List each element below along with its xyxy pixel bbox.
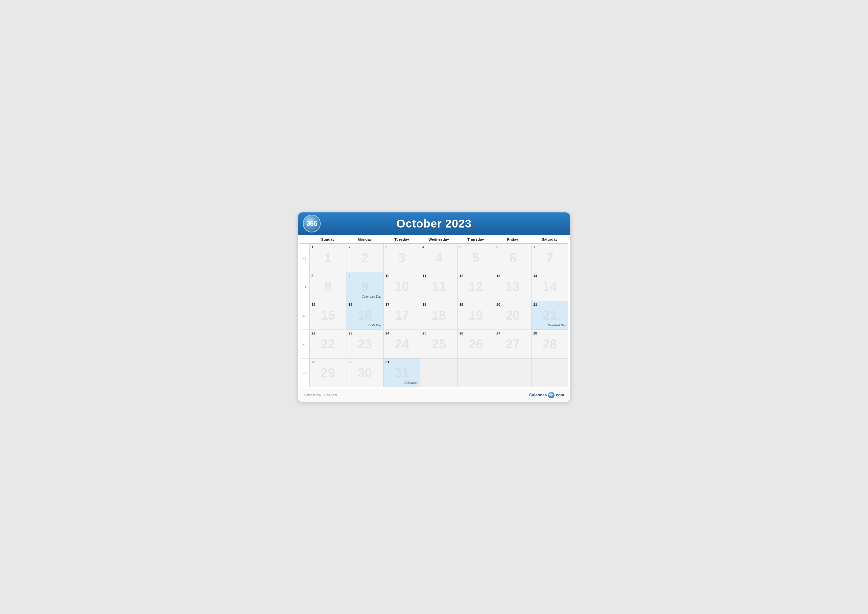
cell-date-number: 8 <box>312 274 344 278</box>
footer-brand-badge: 365 <box>548 392 555 398</box>
cell-date-number: 10 <box>386 274 418 278</box>
calendar-row: 4011223344556677 <box>300 244 568 272</box>
day-header-friday: Friday <box>494 235 531 243</box>
calendar-cell: 3131Halloween <box>383 359 420 387</box>
calendar-cell <box>531 359 568 387</box>
cell-watermark: 4 <box>435 251 442 264</box>
week-number: 44 <box>300 359 309 387</box>
calendar-cell: 2222 <box>309 330 346 358</box>
calendar-container: SundayMondayTuesdayWednesdayThursdayFrid… <box>298 235 570 389</box>
cell-date-number: 21 <box>533 303 566 307</box>
calendar-cell: 1818 <box>420 301 457 330</box>
cell-watermark: 10 <box>395 280 409 293</box>
cell-watermark: 11 <box>432 280 446 293</box>
cell-watermark: 1 <box>324 251 332 264</box>
cell-watermark: 25 <box>432 337 446 350</box>
cell-date-number: 16 <box>349 303 381 307</box>
cell-event: Halloween <box>386 381 418 385</box>
calendar-footer: October 2023 Calendar Calendar- 365 .com <box>298 389 570 402</box>
calendar-cell <box>420 359 457 387</box>
calendar-row: 4215151616Boss's Day17171818191920202121… <box>300 301 568 330</box>
week-number: 43 <box>300 330 309 358</box>
cell-date-number: 12 <box>459 274 492 278</box>
cell-date-number: 19 <box>459 303 492 307</box>
cell-date-number: 26 <box>459 331 492 336</box>
calendar-row: 432222232324242525262627272828 <box>300 330 568 359</box>
cell-watermark: 14 <box>542 280 557 293</box>
cell-date-number: 13 <box>496 274 529 278</box>
cell-date-number: 11 <box>422 274 455 278</box>
cell-watermark: 17 <box>395 309 409 322</box>
calendar-cell: 1212 <box>457 272 494 301</box>
cell-watermark: 8 <box>324 280 332 293</box>
calendar-cell: 2525 <box>420 330 457 358</box>
calendar-cell <box>494 359 531 387</box>
cell-date-number: 9 <box>349 274 381 278</box>
cell-watermark: 20 <box>505 309 520 322</box>
calendar-cell: 1111 <box>420 272 457 301</box>
cell-watermark: 22 <box>321 337 335 350</box>
cell-watermark: 13 <box>505 280 520 293</box>
day-headers-row: SundayMondayTuesdayWednesdayThursdayFrid… <box>300 235 568 244</box>
cell-date-number: 31 <box>386 360 418 364</box>
calendar-cell: 55 <box>457 244 494 272</box>
day-header-tuesday: Tuesday <box>383 235 420 243</box>
calendar-row: 418899Columbus Day10101111121213131414 <box>300 272 568 301</box>
calendar-cell: 66 <box>494 244 531 272</box>
cell-watermark: 15 <box>321 309 335 322</box>
footer-brand-suffix: .com <box>555 393 564 397</box>
footer-brand: Calendar- 365 .com <box>529 392 564 398</box>
cell-date-number: 14 <box>533 274 566 278</box>
cell-date-number: 24 <box>386 331 418 336</box>
calendar-cell: 3030 <box>346 359 383 387</box>
calendar-cell: 2121Sweetest Day <box>531 301 568 330</box>
calendar-cell: 44 <box>420 244 457 272</box>
calendar-cell: 99Columbus Day <box>346 272 383 301</box>
calendar-cell: 88 <box>309 272 346 301</box>
cell-event: Sweetest Day <box>533 323 566 328</box>
cell-watermark: 16 <box>358 309 372 322</box>
calendar-cell: 1616Boss's Day <box>346 301 383 330</box>
cell-date-number: 3 <box>386 245 418 249</box>
calendar-cell: 2727 <box>494 330 531 358</box>
cell-watermark: 3 <box>398 251 406 264</box>
calendar-grid: 4011223344556677418899Columbus Day101011… <box>300 244 568 387</box>
cell-watermark: 7 <box>546 251 553 264</box>
footer-left-text: October 2023 Calendar <box>304 393 337 397</box>
cell-date-number: 22 <box>312 331 344 336</box>
cell-date-number: 1 <box>312 245 344 249</box>
cell-date-number: 23 <box>349 331 381 336</box>
cell-date-number: 30 <box>349 360 381 364</box>
day-header-saturday: Saturday <box>531 235 568 243</box>
cell-date-number: 4 <box>422 245 455 249</box>
logo-badge: 365 <box>303 215 321 233</box>
week-number: 40 <box>300 244 309 272</box>
cell-event: Boss's Day <box>349 323 381 328</box>
calendar-cell: 1414 <box>531 272 568 301</box>
calendar-header: 365 October 2023 <box>298 213 570 235</box>
day-header-wednesday: Wednesday <box>420 235 457 243</box>
cell-date-number: 25 <box>422 331 455 336</box>
cell-watermark: 2 <box>361 251 369 264</box>
calendar-cell: 2323 <box>346 330 383 358</box>
calendar-cell: 1515 <box>309 301 346 330</box>
calendar-cell: 2020 <box>494 301 531 330</box>
day-header-sunday: Sunday <box>309 235 346 243</box>
cell-watermark: 26 <box>469 337 483 350</box>
footer-brand-prefix: Calendar- <box>529 393 547 397</box>
day-header-thursday: Thursday <box>457 235 494 243</box>
cell-watermark: 24 <box>395 337 409 350</box>
calendar-cell: 2828 <box>531 330 568 358</box>
cell-date-number: 2 <box>349 245 381 249</box>
week-number: 42 <box>300 301 309 330</box>
calendar-page: 365 October 2023 SundayMondayTuesdayWedn… <box>298 213 570 402</box>
calendar-row: 44292930303131Halloween <box>300 359 568 387</box>
week-number: 41 <box>300 272 309 301</box>
cell-event: Columbus Day <box>349 295 381 299</box>
calendar-cell: 2424 <box>383 330 420 358</box>
calendar-cell: 1313 <box>494 272 531 301</box>
calendar-cell: 11 <box>309 244 346 272</box>
calendar-cell <box>457 359 494 387</box>
cell-date-number: 20 <box>496 303 529 307</box>
cell-watermark: 18 <box>432 309 446 322</box>
